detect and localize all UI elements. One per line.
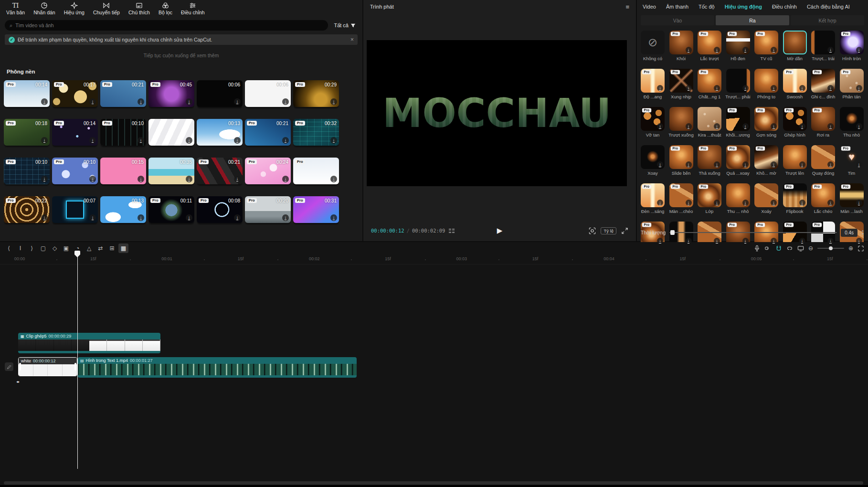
effect-item[interactable]: ⊘Không có	[641, 31, 665, 61]
download-icon[interactable]: ↓	[742, 85, 749, 91]
search-input[interactable]: ⌕ Tìm video và ảnh	[5, 20, 328, 31]
media-thumb[interactable]: Pro00:14↓	[4, 80, 50, 107]
download-icon[interactable]: ↓	[89, 98, 96, 105]
download-icon[interactable]: ↓	[827, 85, 834, 91]
marker-tool[interactable]: △	[84, 244, 94, 253]
effect-item[interactable]: ↓Xoáy	[754, 183, 778, 214]
effect-item[interactable]: ↓Thu ... nhỏ	[726, 183, 750, 214]
download-icon[interactable]: ↓	[771, 200, 777, 206]
effect-item[interactable]: Pro↓Flipbook	[783, 183, 807, 214]
timeline-zoom-knob[interactable]	[829, 246, 833, 250]
download-icon[interactable]: ↓	[686, 47, 692, 53]
notice-close-icon[interactable]: ×	[350, 36, 354, 43]
download-icon[interactable]: ↓	[827, 200, 834, 206]
media-thumb[interactable]: Pro00:10↓	[100, 119, 146, 146]
download-icon[interactable]: ↓	[686, 161, 692, 168]
effect-tile[interactable]: Pro↓	[754, 31, 778, 54]
media-thumb[interactable]: Pro00:18↓	[4, 119, 50, 146]
effect-item[interactable]: Pro↓Lắc chéo	[811, 183, 835, 214]
effect-tile[interactable]: ↓	[754, 183, 778, 207]
download-icon[interactable]: ↓	[89, 137, 96, 144]
timeline-ruler[interactable]: 00:0015f00:0115f00:0215f00:0315f00:0415f…	[0, 254, 868, 265]
download-icon[interactable]: ↓	[330, 137, 337, 144]
trim-left-tool[interactable]: ⟨	[4, 244, 14, 253]
media-thumb[interactable]: Pro00:21↓	[245, 119, 291, 146]
effect-item[interactable]: Pro↓Khô... mờ	[754, 145, 778, 176]
download-icon[interactable]: ↓	[657, 200, 663, 206]
effect-item[interactable]: ↓Thu nhỏ	[840, 107, 864, 138]
tab-tốc-độ[interactable]: Tốc độ	[699, 4, 715, 10]
download-icon[interactable]: ↓	[856, 161, 862, 168]
media-thumb[interactable]: 00:06↓	[245, 80, 291, 107]
cover-tool[interactable]: ▦	[118, 244, 128, 253]
download-icon[interactable]: ↓	[657, 238, 663, 244]
media-thumb[interactable]: 00:13↓	[197, 119, 243, 146]
magnet-icon[interactable]	[775, 245, 782, 252]
effect-item[interactable]: Pro↓Màn ...chéo	[669, 183, 693, 214]
effect-tile[interactable]: Pro↓	[641, 69, 665, 93]
effect-tile[interactable]: ↓	[698, 107, 721, 131]
download-icon[interactable]: ↓	[771, 161, 777, 168]
effect-tile[interactable]: Pro↓	[754, 107, 778, 131]
clip-white-selected[interactable]: white 00:00:00:12	[18, 357, 77, 376]
fullscreen-icon[interactable]	[621, 227, 628, 234]
copy-tool[interactable]: ▣	[61, 244, 71, 253]
download-icon[interactable]: ↓	[714, 161, 720, 168]
download-icon[interactable]: ↓	[742, 47, 749, 53]
duration-slider[interactable]	[669, 232, 837, 233]
media-thumb[interactable]: 00:35↓	[148, 158, 194, 184]
tab-stickers[interactable]: Nhãn dán	[30, 1, 59, 16]
effect-item[interactable]: Pro↓Khối...ương	[726, 107, 750, 138]
effect-tile[interactable]: Pro↓	[698, 183, 721, 207]
clip-right-handle[interactable]	[74, 363, 76, 371]
download-icon[interactable]: ↓	[799, 123, 805, 129]
effect-tile[interactable]: Pro↓	[783, 107, 807, 131]
download-icon[interactable]: ↓	[186, 98, 192, 105]
subtab-kết-hợp[interactable]: Kết hợp	[791, 15, 864, 25]
download-icon[interactable]: ↓	[856, 47, 862, 53]
download-icon[interactable]: ↓	[138, 137, 144, 144]
effect-item[interactable]: Pro↓Slide bên	[669, 145, 693, 176]
media-thumb[interactable]: Pro00:22↓	[4, 196, 50, 223]
split-tool[interactable]: Ⅰ	[15, 244, 25, 253]
download-icon[interactable]: ↓	[657, 85, 663, 91]
effect-item[interactable]: ↓Kira ...thuật	[698, 107, 721, 138]
media-thumb[interactable]: Pro00:29↓	[293, 80, 339, 107]
download-icon[interactable]: ↓	[41, 98, 48, 105]
filter-all-button[interactable]: Tất cả	[332, 21, 358, 29]
ratio-button[interactable]: Tỷ lệ	[601, 227, 616, 234]
media-thumb[interactable]: Pro00:32↓	[293, 119, 339, 146]
media-thumb[interactable]: Pro00:10↓	[4, 158, 50, 184]
download-icon[interactable]: ↓	[186, 137, 192, 144]
keyframe-tool[interactable]: ◇	[50, 244, 60, 253]
effect-item[interactable]: Pro↓Ghi c... đỉnh	[811, 69, 835, 99]
download-icon[interactable]: ↓	[742, 161, 749, 168]
tab-điều-chỉnh[interactable]: Điều chỉnh	[772, 4, 797, 10]
delete-tool[interactable]: ▢	[38, 244, 48, 253]
effect-tile[interactable]: Pro↓	[669, 69, 693, 93]
effect-tile[interactable]: ↓	[754, 69, 778, 93]
effect-tile[interactable]: Pro↓	[698, 31, 721, 54]
download-icon[interactable]: ↓	[234, 176, 241, 182]
media-thumb[interactable]: 00:13↓	[100, 196, 146, 223]
effect-item[interactable]: ↓Quay đóng	[811, 145, 835, 176]
effect-item[interactable]: Pro↓Vỡ tan	[641, 107, 665, 138]
tab-captions[interactable]: Chú thích	[125, 1, 153, 16]
download-icon[interactable]: ↓	[771, 238, 777, 244]
download-icon[interactable]: ↓	[330, 214, 337, 221]
zoom-in-icon[interactable]: ⊕	[848, 245, 853, 252]
download-icon[interactable]: ↓	[282, 98, 289, 105]
effect-tile[interactable]: Pro↓	[754, 145, 778, 169]
download-icon[interactable]: ↓	[714, 85, 720, 91]
tab-video[interactable]: Video	[643, 4, 656, 10]
effect-tile[interactable]: Pro↓	[811, 183, 835, 207]
effect-item[interactable]: ↓Phóng to	[754, 69, 778, 99]
effect-item[interactable]: Pro↓Rơi ra	[811, 107, 835, 138]
clip-trim-handle[interactable]: ◂▸	[16, 380, 19, 384]
media-thumb[interactable]: Pro00:31↓	[293, 196, 339, 223]
download-icon[interactable]: ↓	[799, 161, 805, 168]
effect-tile[interactable]: Pro↓	[783, 69, 807, 93]
effect-item[interactable]: ↓Trượt xuống	[669, 107, 693, 138]
download-icon[interactable]: ↓	[771, 85, 777, 91]
fit-timeline-icon[interactable]	[857, 245, 864, 252]
